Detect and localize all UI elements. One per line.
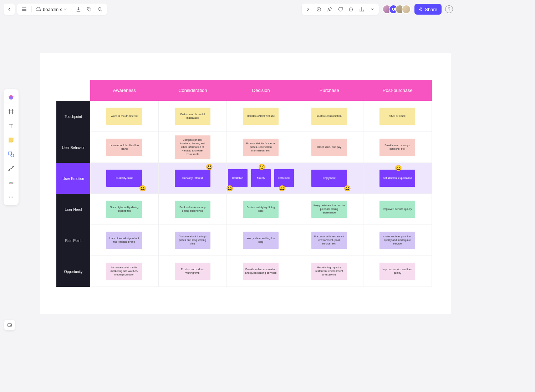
emoji-icon[interactable]: 😆 <box>226 186 233 191</box>
journey-cell[interactable]: Uncomfortable restaurant environment, po… <box>295 225 364 256</box>
sticky-note[interactable]: Seek value-for-money dining experience <box>175 201 210 218</box>
journey-cell[interactable]: Seek value-for-money dining experience <box>159 194 227 225</box>
journey-cell[interactable]: HesitationAnxietyExcitement😆😟😃 <box>227 163 295 194</box>
canvas[interactable]: AwarenessConsiderationDecisionPurchasePo… <box>40 53 451 314</box>
journey-cell[interactable]: Seek high-quality dining experience <box>90 194 159 225</box>
journey-cell[interactable]: Provide user surveys, coupons, etc. <box>363 132 432 163</box>
sticky-note[interactable]: Provide online reservation and quick sea… <box>243 263 279 280</box>
back-button[interactable] <box>4 4 15 15</box>
sticky-note[interactable]: Satisfaction, expectation <box>379 170 415 187</box>
sticky-note[interactable]: Hesitation <box>228 169 248 187</box>
journey-cell[interactable]: Order, dine, and pay <box>295 132 364 163</box>
sticky-note[interactable]: Anxiety <box>251 169 271 187</box>
party-icon[interactable] <box>325 4 335 14</box>
sticky-note[interactable]: Lack of knowledge about the Haidilao bra… <box>106 232 142 249</box>
play-icon[interactable] <box>314 4 324 14</box>
sticky-note[interactable]: Provide user surveys, coupons, etc. <box>379 139 415 156</box>
journey-cell[interactable]: Word of mouth referral <box>90 101 159 132</box>
search-icon[interactable] <box>95 4 105 14</box>
cloud-sync-icon[interactable]: boardmix <box>34 4 69 14</box>
sticky-note[interactable]: SMS or email <box>379 108 415 125</box>
journey-cell[interactable]: In-store consumption <box>295 101 364 132</box>
download-icon[interactable] <box>73 4 83 14</box>
sticky-note[interactable]: Enjoyment <box>311 170 347 187</box>
journey-cell[interactable]: Increase social media marketing and word… <box>90 256 159 287</box>
row-label: Pain Point <box>56 225 90 256</box>
mindmap-tool[interactable] <box>5 177 17 189</box>
emoji-icon[interactable]: 😃 <box>279 186 286 191</box>
timer-icon[interactable] <box>346 4 356 14</box>
sticky-note[interactable]: Learn about the Haidilao brand <box>106 139 142 156</box>
sticky-note[interactable]: Issues such as poor food quality and ina… <box>379 232 415 249</box>
journey-cell[interactable]: Issues such as poor food quality and ina… <box>363 225 432 256</box>
emoji-icon[interactable]: 😄 <box>344 186 351 191</box>
journey-cell[interactable]: Enjoy delicious food and a pleasant dini… <box>295 194 364 225</box>
collaborator-avatars[interactable]: O <box>382 5 411 14</box>
journey-cell[interactable]: Provide online reservation and quick sea… <box>227 256 295 287</box>
sticky-note[interactable]: Improve service and food quality <box>379 263 415 280</box>
sticky-note[interactable]: Word of mouth referral <box>106 108 142 125</box>
templates-tool[interactable] <box>5 91 17 103</box>
menu-button[interactable] <box>19 4 29 14</box>
sticky-note[interactable]: In-store consumption <box>311 108 347 125</box>
board-title[interactable]: boardmix <box>43 7 62 12</box>
text-tool[interactable] <box>5 120 17 132</box>
emoji-icon[interactable]: 😄 <box>395 165 402 171</box>
more-tools-button[interactable] <box>5 191 17 203</box>
sticky-note[interactable]: Browse Haidilao's menu, prices, reservat… <box>243 139 279 156</box>
sticky-note[interactable]: Uncomfortable restaurant environment, po… <box>311 232 347 249</box>
journey-cell[interactable]: Book a satisfying dining seat <box>227 194 295 225</box>
journey-cell[interactable]: Lack of knowledge about the Haidilao bra… <box>90 225 159 256</box>
emoji-icon[interactable]: 😟 <box>258 164 265 170</box>
avatar[interactable] <box>402 5 411 14</box>
emoji-icon[interactable]: 😃 <box>206 164 213 170</box>
share-button[interactable]: Share <box>414 4 442 15</box>
sticky-note[interactable]: Concern about the high prices and long w… <box>175 232 210 249</box>
sticky-note[interactable]: Curiosity, trust <box>106 170 142 187</box>
journey-cell[interactable]: Compare prices, locations, tastes, and o… <box>159 132 227 163</box>
journey-cell[interactable]: Concern about the high prices and long w… <box>159 225 227 256</box>
help-button[interactable]: ? <box>445 5 453 13</box>
journey-cell[interactable]: Curiosity, trust😃 <box>90 163 159 194</box>
sticky-note[interactable]: Increase social media marketing and word… <box>106 263 142 280</box>
journey-map[interactable]: AwarenessConsiderationDecisionPurchasePo… <box>56 80 432 287</box>
comment-icon[interactable] <box>335 4 345 14</box>
journey-cell[interactable]: Provide and reduce waiting time <box>159 256 227 287</box>
journey-cell[interactable]: Learn about the Haidilao brand <box>90 132 159 163</box>
journey-cell[interactable]: Provide high-quality restaurant environm… <box>295 256 364 287</box>
journey-cell[interactable]: Satisfaction, expectation😄 <box>363 163 432 194</box>
sticky-note-tool[interactable] <box>5 134 17 146</box>
journey-cell[interactable]: Curiosity, interest😃 <box>159 163 227 194</box>
sticky-note[interactable]: Provide and reduce waiting time <box>175 263 210 280</box>
sticky-note[interactable]: Haidilao official website <box>243 108 279 125</box>
tag-icon[interactable] <box>84 4 94 14</box>
connector-tool[interactable] <box>5 163 17 175</box>
more-tools-chevron-icon[interactable] <box>367 4 377 14</box>
sticky-note[interactable]: Book a satisfying dining seat <box>243 201 279 218</box>
sticky-note[interactable]: Order, dine, and pay <box>311 139 347 156</box>
journey-cell[interactable]: Improve service and food quality <box>363 256 432 287</box>
journey-cell[interactable]: Improved service quality <box>363 194 432 225</box>
column-header: Consideration <box>159 80 227 101</box>
journey-cell[interactable]: SMS or email <box>363 101 432 132</box>
emoji-icon[interactable]: 😃 <box>139 186 146 191</box>
expand-icon[interactable] <box>303 4 313 14</box>
sticky-note[interactable]: Enjoy delicious food and a pleasant dini… <box>311 201 347 218</box>
journey-cell[interactable]: Worry about waiting too long <box>227 225 295 256</box>
chart-icon[interactable] <box>357 4 367 14</box>
journey-cell[interactable]: Enjoyment😄 <box>295 163 364 194</box>
sticky-note[interactable]: Improved service quality <box>379 201 415 218</box>
shape-tool[interactable] <box>5 148 17 160</box>
journey-cell[interactable]: Browse Haidilao's menu, prices, reservat… <box>227 132 295 163</box>
journey-cell[interactable]: Online search, social media ads <box>159 101 227 132</box>
sticky-note[interactable]: Provide high-quality restaurant environm… <box>311 263 347 280</box>
sticky-note[interactable]: Compare prices, locations, tastes, and o… <box>175 135 210 159</box>
sticky-note[interactable]: Excitement <box>274 169 294 187</box>
sticky-note[interactable]: Worry about waiting too long <box>243 232 279 249</box>
sticky-note[interactable]: Online search, social media ads <box>175 108 210 125</box>
frame-tool[interactable] <box>5 105 17 118</box>
journey-cell[interactable]: Haidilao official website <box>227 101 295 132</box>
sticky-note[interactable]: Curiosity, interest <box>175 170 210 187</box>
sticky-note[interactable]: Seek high-quality dining experience <box>106 201 142 218</box>
minimap-button[interactable] <box>4 320 15 330</box>
